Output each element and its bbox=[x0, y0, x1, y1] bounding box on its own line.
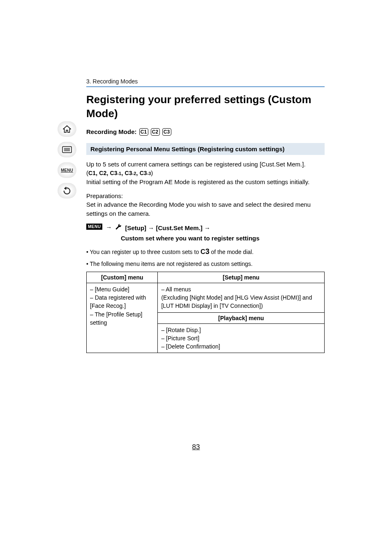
recording-mode-line: Recording Mode: C1 C2 C3 bbox=[86, 128, 325, 136]
back-icon[interactable] bbox=[58, 183, 76, 199]
page-content: 3. Recording Modes Registering your pref… bbox=[86, 78, 325, 353]
toc-icon[interactable] bbox=[58, 142, 76, 157]
page-number[interactable]: 83 bbox=[0, 443, 392, 451]
arrow-icon-3: → bbox=[204, 224, 210, 231]
home-icon[interactable] bbox=[58, 121, 76, 137]
mode-badge-c1: C1 bbox=[139, 128, 148, 136]
arrow-icon-2: → bbox=[148, 224, 154, 231]
table-head-setup: [Setup] menu bbox=[158, 272, 325, 283]
mode-badge-c2: C2 bbox=[151, 128, 160, 136]
table-head-custom: [Custom] menu bbox=[87, 272, 158, 283]
breadcrumb: 3. Recording Modes bbox=[86, 78, 325, 85]
mode-list-inline: C1, C2, C3-1, C3-2, C3-3 bbox=[88, 169, 151, 176]
table-head-playback: [Playback] menu bbox=[158, 312, 325, 323]
c3-inline: C3 bbox=[201, 248, 210, 255]
arrow-icon: → bbox=[106, 224, 112, 231]
mode-badge-c3: C3 bbox=[162, 128, 171, 136]
sidebar-nav: MENU bbox=[58, 121, 76, 199]
wrench-icon bbox=[115, 224, 122, 232]
menu-table: [Custom] menu [Setup] menu – [Menu Guide… bbox=[86, 272, 325, 353]
preparations-label: Preparations: bbox=[86, 192, 325, 199]
preparations-text: Set in advance the Recording Mode you wi… bbox=[86, 200, 325, 218]
menu-badge-icon: MENU bbox=[86, 224, 102, 230]
page-title: Registering your preferred settings (Cus… bbox=[86, 93, 325, 121]
table-cell-custom: – [Menu Guide] – Data registered with [F… bbox=[87, 283, 158, 353]
menu-icon[interactable]: MENU bbox=[58, 162, 76, 178]
para1-line2: Initial setting of the Program AE Mode i… bbox=[86, 178, 309, 185]
menu-path: MENU → [Setup] → [Cust.Set Mem.] → bbox=[86, 224, 325, 233]
section-header: Registering Personal Menu Settings (Regi… bbox=[86, 143, 325, 155]
menu-path-body: [Setup] → [Cust.Set Mem.] → bbox=[125, 224, 325, 233]
table-cell-setup: – All menus (Excluding [Night Mode] and … bbox=[158, 283, 325, 312]
bullet-not-registered: • The following menu items are not regis… bbox=[86, 260, 325, 268]
menu-path-custsetmem: [Cust.Set Mem.] bbox=[156, 224, 202, 231]
bullet1-a: • You can register up to three custom se… bbox=[86, 249, 201, 255]
paragraph-register-sets: Up to 5 sets of current camera settings … bbox=[86, 160, 325, 187]
menu-path-setup: [Setup] bbox=[125, 224, 146, 231]
para1-text-b: ) bbox=[151, 169, 153, 176]
table-cell-playback: – [Rotate Disp.] – [Picture Sort] – [Del… bbox=[158, 323, 325, 353]
menu-path-line2: Custom set where you want to register se… bbox=[121, 235, 325, 242]
top-rule bbox=[86, 86, 325, 87]
bullet-register-three: • You can register up to three custom se… bbox=[86, 247, 325, 257]
recording-mode-label: Recording Mode: bbox=[86, 128, 137, 135]
bullet1-b: of the mode dial. bbox=[210, 249, 254, 255]
